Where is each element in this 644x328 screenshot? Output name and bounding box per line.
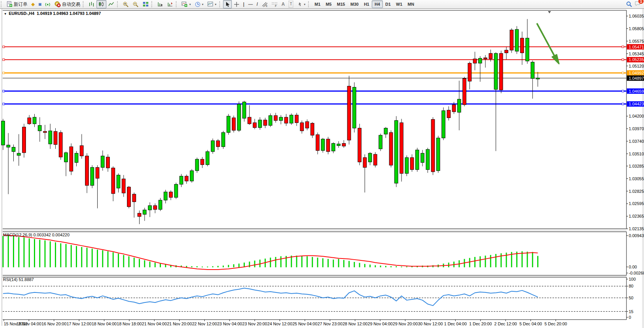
zoom-in-button[interactable] [121,0,131,8]
timeframe-button-m30[interactable]: M30 [348,0,361,8]
line-anchor[interactable] [3,46,5,48]
timeframe-button-w1[interactable]: W1 [393,0,405,8]
line-anchor[interactable] [622,46,624,48]
candle [132,194,136,202]
timeframe-button-h1[interactable]: H1 [361,0,372,8]
bar-chart-button[interactable] [87,0,96,8]
text-label-tool-button[interactable]: T [287,0,295,8]
timeframe-button-m5[interactable]: M5 [323,0,334,8]
fibonacci-tool-button[interactable]: F [270,0,279,8]
candle [211,141,215,152]
candle [216,141,220,147]
cursor-tool-button[interactable] [223,0,232,8]
line-anchor[interactable] [3,59,5,61]
rsi-level-label: 15 [629,309,633,314]
candle [206,152,209,165]
price-tick-label: 1.05120 [629,64,644,68]
line-anchor[interactable] [622,103,624,105]
timeframe-button-m15[interactable]: M15 [334,0,348,8]
candlestick-chart-button[interactable] [96,0,106,8]
time-tick-label: 18 Nov 18:00 [117,322,141,326]
line-anchor[interactable] [3,90,5,92]
timeframe-button-m1[interactable]: M1 [312,0,323,8]
candle [410,158,414,170]
chart-canvas[interactable]: 1.060351.058051.055751.053451.051201.042… [0,9,644,328]
text-icon: A [281,1,285,7]
rsi-level-label: 80 [629,284,633,288]
candle [22,127,26,153]
signals-button[interactable] [43,0,53,8]
autotrade-button[interactable]: 自动交易 [53,0,82,8]
ohlc-values: 1.04919 1.04963 1.04793 1.04897 [37,11,101,16]
candle [6,145,10,147]
arrows-tool-button[interactable]: ▾ [295,0,307,8]
vertical-line-tool-button[interactable]: | [241,0,246,8]
periods-button[interactable]: ▾ [193,0,206,8]
line-anchor[interactable] [3,72,5,74]
text-tool-button[interactable]: A [279,0,287,8]
notifications-button[interactable]: 1 [634,1,641,8]
horizontal-line-tool-button[interactable]: — [246,0,255,8]
candle [395,121,398,183]
toolbar-grip [176,1,179,7]
candle [421,153,424,162]
line-anchor[interactable] [3,103,5,105]
candle [426,149,429,170]
rsi-value: 51.8887 [19,277,34,282]
candle [263,120,267,125]
trendline-tool-button[interactable]: / [255,0,260,8]
candle [248,117,251,124]
crosshair-tool-button[interactable] [232,0,241,8]
candle [526,38,529,61]
candle [284,117,288,123]
line-anchor[interactable] [622,72,624,74]
candle [452,105,456,112]
time-tick-label: 5 Dec 20:00 [544,322,567,326]
search-icon[interactable] [626,1,632,7]
timeframe-button-mn[interactable]: MN [405,0,417,8]
autotrade-label: 自动交易 [62,1,80,8]
candle [180,176,183,184]
candle [431,120,435,172]
line-chart-icon [108,2,114,7]
candle [59,132,63,157]
candle [473,59,477,63]
new-order-button[interactable]: 新订单 [5,0,29,8]
tile-windows-button[interactable] [141,0,151,8]
channel-tool-button[interactable]: E [260,0,270,8]
line-anchor[interactable] [622,90,624,92]
toolbar-grip [219,1,222,7]
candle [201,159,204,165]
time-tick-label: 23 Nov 04:00 [217,322,242,326]
time-tick-label: 28 Nov 12:00 [342,322,367,326]
new-chart-button[interactable]: ▾ [180,0,193,8]
candle [2,121,5,145]
line-anchor[interactable] [622,59,624,61]
cursor-icon [225,2,230,7]
candle [311,123,314,135]
templates-button[interactable]: ▾ [206,0,218,8]
zoom-out-button[interactable] [131,0,141,8]
candle [185,176,188,181]
timeframe-button-d1[interactable]: D1 [383,0,393,8]
text-label-icon: T [289,1,293,8]
price-tick-label: 1.04200 [629,114,644,118]
profile-button[interactable]: ◙ [37,0,43,8]
chart-shift-button[interactable] [165,0,175,8]
candle [447,110,450,118]
market-button[interactable]: ◆ [29,0,37,8]
symbol-menu-arrow-icon[interactable]: ▼ [4,12,7,16]
line-chart-button[interactable] [106,0,116,8]
templates-icon [207,2,214,7]
candle [48,131,52,144]
candle [232,118,236,130]
auto-scroll-button[interactable] [155,0,165,8]
timeframe-button-h4[interactable]: H4 [372,0,382,8]
candle [494,53,498,89]
candle [33,117,36,124]
price-tick-label: 1.02825 [629,189,644,194]
time-tick-label: 2 Dec 12:00 [494,322,517,326]
candle [258,120,262,128]
candle [159,200,162,209]
chart-window[interactable]: ▼EURUSD-,H4 1.04919 1.04963 1.04793 1.04… [0,8,644,328]
